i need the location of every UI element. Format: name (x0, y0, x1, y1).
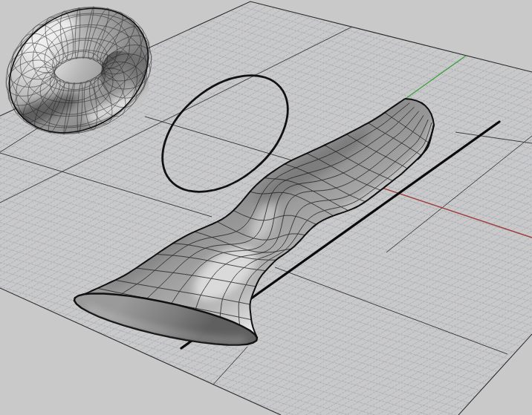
viewport-scene (0, 0, 532, 415)
cad-viewport[interactable] (0, 0, 532, 415)
